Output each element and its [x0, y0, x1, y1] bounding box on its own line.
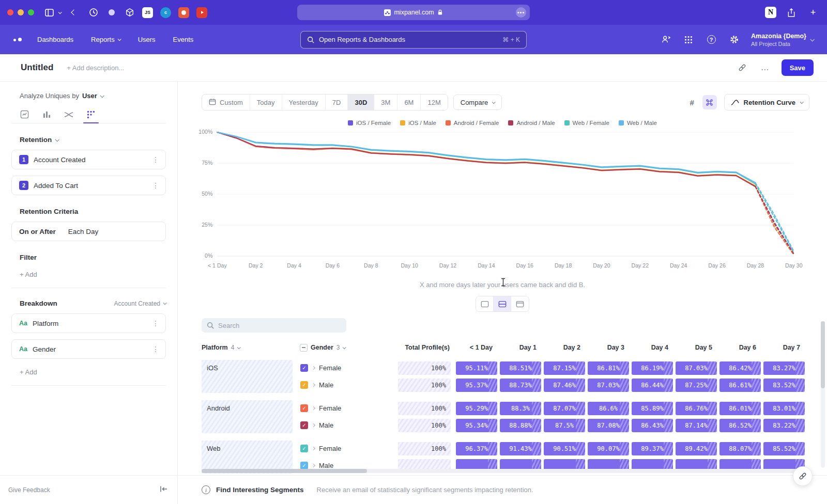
gender-row-label[interactable]: ✓Female	[300, 404, 398, 412]
legend-item[interactable]: Android / Female	[446, 120, 499, 126]
breakdown-card[interactable]: AaGender⋮	[11, 339, 166, 359]
expand-row-icon[interactable]	[312, 366, 315, 370]
sidebar-toggle-icon[interactable]	[42, 6, 56, 19]
retention-value-pill[interactable]: 95.29%	[456, 402, 497, 415]
retention-value-pill[interactable]: 95.11%	[456, 361, 497, 375]
tab-funnels-icon[interactable]	[38, 106, 55, 123]
legend-item[interactable]: Web / Female	[564, 120, 609, 126]
value-cell[interactable]: 85.52%	[763, 442, 807, 455]
retention-value-pill[interactable]: 95.37%	[456, 379, 497, 392]
horizontal-scrollbar[interactable]	[202, 469, 806, 473]
retention-value-pill[interactable]: 85.89%	[632, 402, 673, 415]
save-button[interactable]: Save	[782, 59, 814, 76]
retention-value-pill[interactable]: 85.52%	[763, 442, 805, 455]
chevron-down-icon[interactable]	[56, 6, 63, 19]
retention-value-pill[interactable]: 86.76%	[676, 402, 717, 415]
tab-flows-icon[interactable]	[60, 106, 78, 123]
cube-favicon[interactable]	[124, 7, 135, 18]
value-cell[interactable]: 86.44%	[632, 379, 676, 392]
nav-item-reports[interactable]: Reports	[91, 36, 120, 43]
dot-favicon[interactable]	[106, 7, 117, 18]
gender-checkbox[interactable]: ✓	[300, 364, 308, 372]
gender-row-label[interactable]: ✓Male	[300, 381, 398, 389]
range-custom[interactable]: Custom	[202, 94, 250, 110]
maximize-window-button[interactable]	[28, 9, 34, 15]
retention-value-pill[interactable]: 86.81%	[588, 361, 629, 375]
value-cell[interactable]: 86.81%	[588, 361, 632, 375]
value-cell[interactable]: 90.51%	[544, 442, 588, 455]
retention-value-pill[interactable]: 83.22%	[763, 419, 805, 432]
value-cell[interactable]: 86.01%	[719, 402, 763, 415]
split-view-button[interactable]	[494, 296, 511, 311]
global-search-button[interactable]: Open Reports & Dashboards ⌘ + K	[300, 31, 527, 49]
gender-row-label[interactable]: ✓Female	[300, 445, 398, 452]
criteria-on-or-after[interactable]: On or After	[19, 228, 56, 235]
add-filter-button[interactable]: + Add	[11, 271, 166, 278]
retention-section-heading[interactable]: Retention	[11, 136, 166, 144]
retention-value-pill[interactable]: 87.46%	[544, 379, 585, 392]
apps-grid-icon[interactable]	[683, 34, 694, 45]
retention-criteria-card[interactable]: On or After Each Day	[11, 222, 166, 241]
value-cell[interactable]: 86.52%	[719, 419, 763, 432]
retention-value-pill[interactable]: 88.88%	[500, 419, 541, 432]
retention-value-pill[interactable]: 95.34%	[456, 419, 497, 432]
retention-value-pill[interactable]: 86.6%	[588, 402, 629, 415]
retention-value-pill[interactable]: 87.07%	[544, 402, 585, 415]
value-cell[interactable]: 89.37%	[632, 442, 676, 455]
gender-row-label[interactable]: ✓Male	[300, 421, 398, 429]
value-cell[interactable]: 87.14%	[676, 419, 719, 432]
range-6m[interactable]: 6M	[397, 94, 421, 110]
expand-row-icon[interactable]	[312, 423, 315, 427]
nav-item-users[interactable]: Users	[138, 36, 156, 43]
value-cell[interactable]: 88.51%	[500, 361, 544, 375]
retention-value-pill[interactable]: 87.03%	[588, 379, 629, 392]
range-3m[interactable]: 3M	[374, 94, 397, 110]
legend-item[interactable]: iOS / Male	[400, 120, 436, 126]
value-cell[interactable]: 87.46%	[544, 379, 588, 392]
range-12m[interactable]: 12M	[421, 94, 447, 110]
more-options-icon[interactable]: ⋮	[152, 181, 159, 190]
address-bar[interactable]: mixpanel.com •••	[297, 5, 530, 20]
retention-value-pill[interactable]: 83.01%	[763, 402, 805, 415]
settings-gear-icon[interactable]	[728, 34, 740, 45]
share-icon[interactable]	[785, 6, 798, 19]
retention-value-pill[interactable]: 86.43%	[632, 419, 673, 432]
value-cell[interactable]: 96.37%	[456, 442, 500, 455]
legend-item[interactable]: iOS / Female	[348, 120, 391, 126]
value-cell[interactable]: 88.88%	[500, 419, 544, 432]
value-cell[interactable]: 87.03%	[676, 361, 719, 375]
value-cell[interactable]: 86.42%	[719, 361, 763, 375]
copy-report-link-button[interactable]	[793, 466, 813, 486]
tab-insights-icon[interactable]	[16, 106, 33, 123]
tab-retention-icon[interactable]	[82, 106, 100, 123]
retention-value-pill[interactable]: 88.51%	[500, 361, 541, 375]
retention-value-pill[interactable]: 83.52%	[763, 379, 805, 392]
breakdown-scope-dropdown[interactable]: Account Created	[114, 300, 166, 307]
gender-checkbox[interactable]: ✓	[300, 445, 308, 452]
report-title[interactable]: Untitled	[21, 62, 53, 73]
value-cell[interactable]: 87.07%	[544, 402, 588, 415]
compare-dropdown[interactable]: Compare	[453, 94, 502, 110]
gender-checkbox[interactable]: ✓	[300, 404, 308, 412]
value-cell[interactable]: 88.3%	[500, 402, 544, 415]
notion-extension-icon[interactable]: N	[765, 7, 776, 18]
collapse-sidebar-icon[interactable]	[160, 485, 168, 494]
more-options-icon[interactable]: ⋮	[152, 319, 159, 327]
value-cell[interactable]: 87.15%	[544, 361, 588, 375]
retention-value-pill[interactable]: 89.42%	[676, 442, 717, 455]
chart-type-dropdown[interactable]: Retention Curve	[724, 94, 809, 111]
retention-value-pill[interactable]: 86.61%	[719, 379, 761, 392]
retention-value-pill[interactable]: 91.43%	[500, 442, 541, 455]
mixpanel-logo[interactable]	[13, 38, 22, 41]
expand-row-icon[interactable]	[312, 447, 315, 450]
data-management-icon[interactable]	[660, 34, 671, 45]
legend-item[interactable]: Android / Male	[508, 120, 555, 126]
gender-checkbox[interactable]: ✓	[300, 462, 308, 469]
nav-item-events[interactable]: Events	[173, 36, 194, 43]
value-cell[interactable]: 87.5%	[544, 419, 588, 432]
value-cell[interactable]: 87.08%	[588, 419, 632, 432]
back-icon[interactable]	[67, 6, 81, 19]
give-feedback-link[interactable]: Give Feedback	[8, 486, 50, 494]
add-breakdown-button[interactable]: + Add	[11, 368, 166, 376]
breakdown-card[interactable]: AaPlatform⋮	[11, 313, 166, 333]
